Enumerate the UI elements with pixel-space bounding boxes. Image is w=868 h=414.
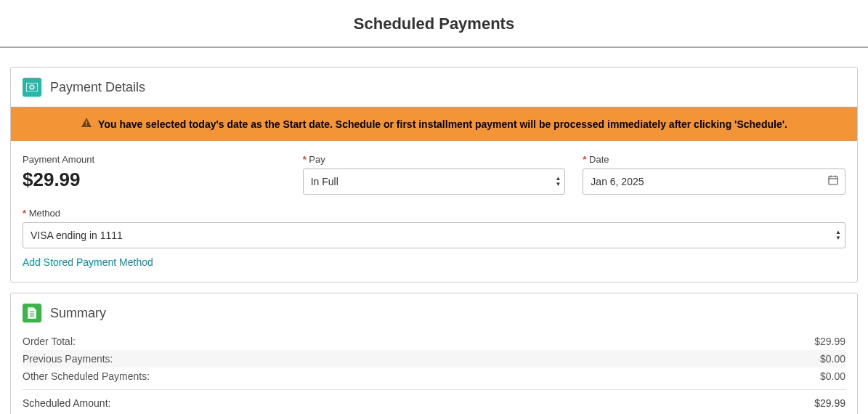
pay-select[interactable]: ▲▼ xyxy=(303,169,566,195)
pay-label: Pay xyxy=(303,154,566,165)
summary-row-label: Other Scheduled Payments: xyxy=(23,370,150,382)
summary-row: Previous Payments: $0.00 xyxy=(23,350,845,368)
summary-heading: Summary xyxy=(50,306,106,321)
summary-row-value: $29.99 xyxy=(814,336,845,347)
date-picker[interactable] xyxy=(583,169,845,195)
alert-text: You have selected today's date as the St… xyxy=(98,118,787,130)
date-label: Date xyxy=(583,154,845,165)
svg-rect-3 xyxy=(86,125,87,126)
summary-row-label: Order Total: xyxy=(23,336,76,347)
summary-card: Summary Order Total: $29.99 Previous Pay… xyxy=(10,293,858,414)
date-input[interactable] xyxy=(583,169,845,195)
summary-row: Order Total: $29.99 xyxy=(23,333,845,350)
method-select-input[interactable] xyxy=(23,222,845,248)
payment-details-header: Payment Details xyxy=(11,68,857,107)
payment-icon xyxy=(23,78,41,97)
summary-row-value: $0.00 xyxy=(820,353,845,365)
amount-value: $29.99 xyxy=(23,169,285,191)
summary-total-value: $29.99 xyxy=(814,397,845,409)
summary-icon xyxy=(23,304,41,322)
summary-row: Other Scheduled Payments: $0.00 xyxy=(23,368,845,385)
svg-rect-2 xyxy=(86,121,87,124)
method-label: Method xyxy=(23,208,845,219)
summary-row-value: $0.00 xyxy=(820,370,845,382)
warning-icon xyxy=(81,117,92,131)
summary-total-row: Scheduled Amount: $29.99 xyxy=(23,389,845,412)
summary-header: Summary xyxy=(11,293,857,333)
summary-total-label: Scheduled Amount: xyxy=(23,397,110,409)
pay-select-input[interactable] xyxy=(303,169,566,195)
alert-bar: You have selected today's date as the St… xyxy=(11,107,857,141)
svg-rect-0 xyxy=(26,83,38,92)
amount-label: Payment Amount xyxy=(23,154,285,165)
svg-point-1 xyxy=(30,85,34,89)
summary-row-label: Previous Payments: xyxy=(23,353,113,365)
payment-details-card: Payment Details You have selected today'… xyxy=(10,67,858,283)
add-payment-method-link[interactable]: Add Stored Payment Method xyxy=(23,256,153,268)
payment-details-heading: Payment Details xyxy=(50,80,145,95)
method-select[interactable]: ▲▼ xyxy=(23,222,845,248)
page-title: Scheduled Payments xyxy=(0,0,868,48)
